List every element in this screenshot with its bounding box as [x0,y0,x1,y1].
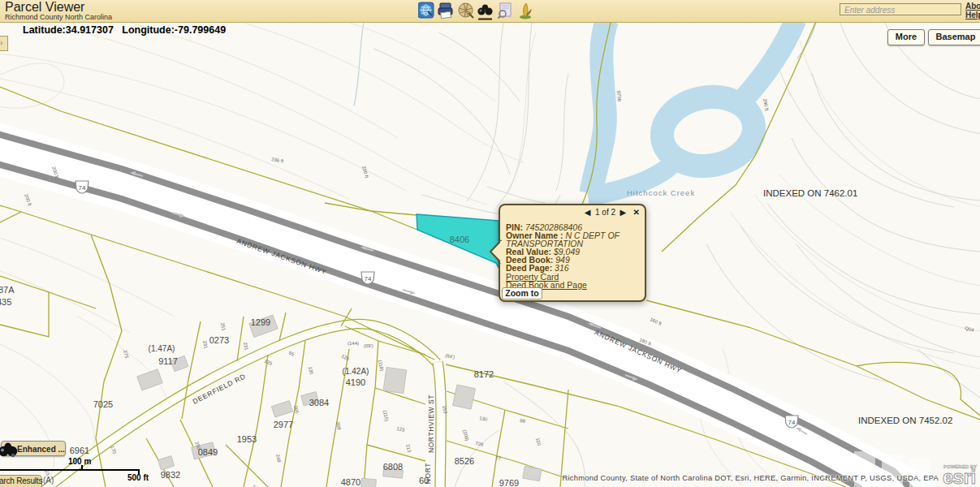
svg-text:2977: 2977 [274,420,293,429]
svg-text:(1.47A): (1.47A) [149,344,175,353]
svg-text:0273: 0273 [209,335,229,345]
svg-text:9832: 9832 [161,470,180,480]
svg-text:8406: 8406 [450,235,469,244]
svg-text:74: 74 [788,419,796,426]
svg-text:(09'): (09') [364,343,373,348]
svg-text:9117: 9117 [158,356,178,366]
svg-text:INDEXED ON 7462.01: INDEXED ON 7462.01 [763,188,857,198]
svg-text:7025: 7025 [93,399,113,409]
svg-text:9769: 9769 [499,478,519,487]
svg-text:8172: 8172 [474,369,494,379]
svg-text:4870: 4870 [341,477,360,487]
svg-text:NORT: NORT [424,463,432,484]
svg-text:0796: 0796 [616,91,622,102]
svg-text:1299: 1299 [251,317,270,327]
svg-text:(1.42A): (1.42A) [343,367,369,376]
svg-text:87A: 87A [0,285,15,295]
svg-text:74: 74 [365,275,372,282]
svg-text:6961: 6961 [70,446,89,455]
svg-text:8526: 8526 [455,456,474,466]
svg-text:435: 435 [0,297,11,307]
svg-text:74: 74 [79,184,86,192]
svg-text:6808: 6808 [383,462,403,472]
svg-text:3084: 3084 [309,398,329,407]
svg-text:4190: 4190 [346,377,365,387]
svg-text:1953: 1953 [237,434,257,444]
svg-text:(144): (144) [348,341,359,346]
svg-text:NORTHVIEW ST: NORTHVIEW ST [427,394,435,453]
svg-text:INDEXED ON 7452.02: INDEXED ON 7452.02 [858,416,952,425]
svg-text:Hitchcock Creek: Hitchcock Creek [627,188,695,197]
